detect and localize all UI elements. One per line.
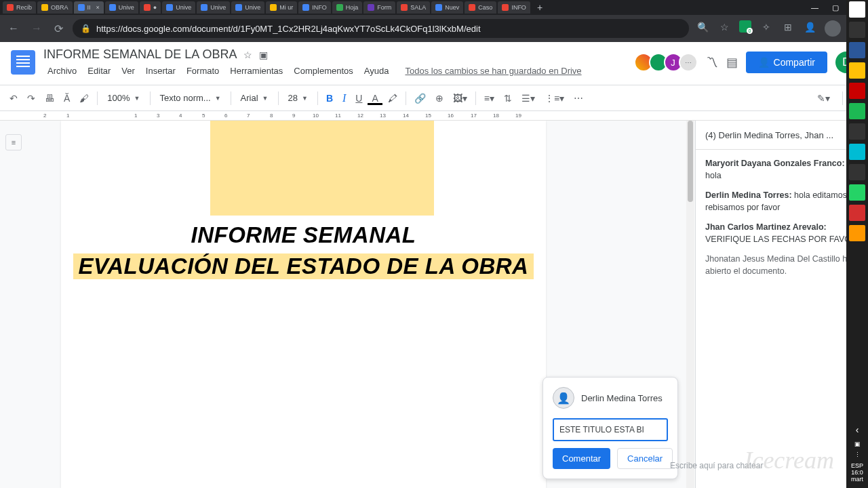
align-icon[interactable]: ≡▾ [480, 90, 498, 106]
clock-time[interactable]: 16:0 [850, 469, 864, 476]
browser-tab[interactable]: Recib [3, 1, 36, 14]
whatsapp-icon[interactable] [849, 184, 865, 201]
browser-tab[interactable]: Unive [105, 1, 138, 14]
font-size-select[interactable]: 28▼ [283, 90, 313, 106]
browser-tab[interactable]: INFO [298, 1, 331, 14]
wifi-icon[interactable]: ⋮ [850, 451, 864, 458]
browser-tab[interactable]: Unive [162, 1, 195, 14]
docs-logo-icon[interactable] [11, 50, 35, 75]
comment-submit-button[interactable]: Comentar [553, 448, 610, 469]
menu-archivo[interactable]: Archivo [43, 64, 81, 77]
document-subheading[interactable]: EVALUACIÓN DEL ESTADO DE LA OBRA [73, 253, 534, 279]
ruler[interactable]: 21 13 45 67 89 1011 1213 1415 1617 1819 [0, 111, 868, 121]
avatar[interactable]: ⋯ [679, 53, 698, 72]
outline-toggle-icon[interactable]: ≡ [5, 134, 22, 150]
explorer-icon[interactable] [849, 62, 865, 79]
windows-start-icon[interactable] [849, 1, 865, 18]
zoom-select[interactable]: 100%▼ [102, 90, 145, 106]
browser-tab[interactable]: INFO [498, 1, 530, 14]
browser-tab[interactable]: Caso [465, 1, 496, 14]
document-heading[interactable]: INFORME SEMANAL [61, 222, 546, 248]
star-icon[interactable]: ☆ [243, 49, 252, 60]
highlight-button[interactable]: 🖍 [384, 90, 401, 106]
browser-tab[interactable]: Unive [197, 1, 230, 14]
menu-insertar[interactable]: Insertar [142, 64, 180, 77]
star-icon[interactable]: ☆ [717, 20, 731, 34]
paint-format-icon[interactable]: 🖌 [75, 90, 93, 106]
document-page[interactable]: INFORME SEMANAL EVALUACIÓN DEL ESTADO DE… [61, 121, 546, 488]
browser-tab[interactable]: Unive [231, 1, 264, 14]
browser-tab[interactable]: Mi ur [266, 1, 297, 14]
maximize-icon[interactable]: ▢ [832, 3, 839, 12]
menu-formato[interactable]: Formato [182, 64, 223, 77]
browser-tab[interactable]: ● [140, 1, 161, 14]
spellcheck-icon[interactable]: Ă [60, 90, 74, 106]
line-spacing-icon[interactable]: ⇅ [500, 90, 516, 106]
bold-button[interactable]: B [322, 90, 337, 106]
menu-herramientas[interactable]: Herramientas [226, 64, 287, 77]
minimize-icon[interactable]: — [811, 3, 818, 12]
move-icon[interactable]: ▣ [259, 49, 268, 60]
spotify-icon[interactable] [849, 103, 865, 119]
browser-tab[interactable]: OBRA [37, 1, 73, 14]
tray-icon[interactable]: ▣ [850, 441, 864, 447]
browser-tab[interactable]: SALA [397, 1, 430, 14]
share-button[interactable]: 👤Compartir [746, 52, 827, 73]
numbered-list-icon[interactable]: ☰▾ [517, 90, 539, 106]
text-color-button[interactable]: A [368, 91, 382, 105]
underline-button[interactable]: U [351, 90, 366, 106]
style-select[interactable]: Texto norm...▼ [155, 90, 226, 106]
comments-icon[interactable]: ▤ [726, 55, 738, 70]
zoom-icon[interactable]: 🔍 [696, 20, 709, 34]
activity-icon[interactable]: 〽 [706, 56, 718, 70]
redo-icon[interactable]: ↷ [23, 90, 39, 106]
image-icon[interactable]: 🖼▾ [449, 90, 471, 106]
menu-editar[interactable]: Editar [83, 64, 115, 77]
chat-input-placeholder[interactable]: Escribe aquí para chatear [670, 461, 763, 470]
font-select[interactable]: Arial▼ [235, 90, 274, 106]
menu-complementos[interactable]: Complementos [290, 64, 357, 77]
reload-icon[interactable]: ⟳ [52, 20, 66, 38]
more-icon[interactable]: ⋯ [570, 90, 587, 106]
editing-mode-icon[interactable]: ✎▾ [813, 90, 834, 106]
edge-icon[interactable] [849, 144, 865, 160]
back-icon[interactable]: ← [5, 20, 22, 37]
forward-icon[interactable]: → [28, 20, 45, 37]
profile-avatar[interactable] [825, 20, 841, 37]
browser-tab[interactable]: Hoja [332, 1, 363, 14]
browser-tab[interactable]: II× [74, 1, 104, 14]
address-bar[interactable]: 🔒 https://docs.google.com/document/d/1Fy… [73, 19, 689, 38]
menu-ver[interactable]: Ver [117, 64, 139, 77]
person-icon[interactable]: 👤 [803, 20, 816, 34]
collections-icon[interactable]: ⊞ [781, 20, 795, 34]
taskbar-icon[interactable] [849, 22, 865, 38]
document-title[interactable]: INFORME SEMANAL DE LA OBRA [43, 47, 237, 62]
save-status[interactable]: Todos los cambios se han guardado en Dri… [401, 64, 585, 77]
browser-tab[interactable]: Nuev [431, 1, 463, 14]
undo-icon[interactable]: ↶ [5, 90, 22, 106]
comment-cancel-button[interactable]: Cancelar [617, 448, 673, 469]
browser-tab[interactable]: Form [363, 1, 395, 14]
word-icon[interactable] [849, 42, 865, 58]
taskbar-icon[interactable] [849, 123, 865, 140]
shield-icon[interactable] [739, 20, 751, 33]
print-icon[interactable]: 🖶 [41, 90, 58, 106]
comment-input[interactable] [553, 418, 668, 441]
document-canvas[interactable]: INFORME SEMANAL EVALUACIÓN DEL ESTADO DE… [27, 121, 695, 488]
new-tab-button[interactable]: + [532, 2, 548, 13]
pdf-icon[interactable] [849, 205, 865, 221]
italic-button[interactable]: I [338, 89, 350, 107]
language-indicator[interactable]: ESP [850, 462, 864, 469]
taskbar-icon[interactable] [849, 164, 865, 180]
link-icon[interactable]: 🔗 [410, 90, 430, 106]
favorites-icon[interactable]: ✧ [760, 20, 773, 34]
taskbar-icon[interactable] [849, 225, 865, 241]
bulleted-list-icon[interactable]: ⋮≡▾ [540, 90, 568, 106]
taskbar-icon[interactable] [849, 83, 865, 99]
collaborator-avatars[interactable]: J ⋯ [638, 53, 698, 72]
menu-ayuda[interactable]: Ayuda [360, 64, 393, 77]
chevron-left-icon[interactable]: ‹ [850, 423, 864, 436]
comment-icon[interactable]: ⊕ [431, 90, 448, 106]
clock-date[interactable]: mart [850, 476, 864, 483]
scrollbar[interactable] [686, 121, 694, 488]
